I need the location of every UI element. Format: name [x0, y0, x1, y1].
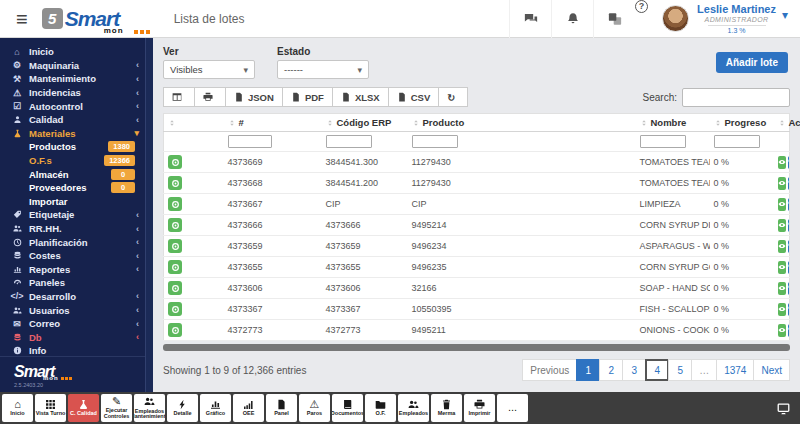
bottom-bar-button[interactable]: Detalle	[167, 394, 198, 422]
action-button[interactable]	[778, 303, 786, 316]
sidebar-subitem[interactable]: Proveedores 0	[0, 181, 145, 195]
sidebar-item[interactable]: ☑ Autocontrol ‹	[0, 99, 145, 113]
bottom-bar-button[interactable]: Empleados Mantenimiento	[134, 394, 165, 422]
action-button[interactable]	[778, 282, 786, 295]
page-button[interactable]: 3	[622, 359, 646, 381]
action-button[interactable]	[778, 219, 786, 232]
action-button[interactable]: ✎	[788, 198, 790, 211]
sidebar-item[interactable]: Planificación ‹	[0, 235, 145, 249]
bottom-bar-button[interactable]: ✎ Ejecutar Controles	[101, 394, 132, 422]
filter-progreso-input[interactable]	[714, 135, 760, 148]
avatar[interactable]	[662, 5, 689, 32]
action-button[interactable]	[778, 261, 786, 274]
action-button[interactable]	[778, 198, 786, 211]
bottom-bar-button[interactable]: Merma	[431, 394, 462, 422]
sidebar-item[interactable]: ⚠ Incidencias ‹	[0, 86, 145, 100]
filter-erp-input[interactable]	[326, 135, 372, 148]
bottom-bar-button[interactable]: C. Calidad	[68, 394, 99, 422]
status-button[interactable]	[168, 218, 182, 232]
page-button[interactable]: 1374	[716, 359, 754, 381]
action-button[interactable]	[778, 156, 786, 169]
column-header[interactable]: Progreso	[710, 114, 774, 132]
action-button[interactable]: ✎	[788, 303, 790, 316]
sidebar-scrollbar[interactable]	[145, 38, 153, 392]
action-button[interactable]: ✎	[788, 156, 790, 169]
sidebar-item[interactable]: Calidad ‹	[0, 113, 145, 127]
sidebar-subitem[interactable]: Importar	[0, 195, 145, 209]
page-button[interactable]: 1	[576, 359, 600, 381]
action-button[interactable]	[778, 240, 786, 253]
action-button[interactable]	[778, 177, 786, 190]
status-button[interactable]	[168, 197, 182, 211]
status-button[interactable]	[168, 176, 182, 190]
sidebar-item[interactable]: Etiquetaje ‹	[0, 208, 145, 222]
bell-icon[interactable]	[551, 0, 593, 38]
filter-num-input[interactable]	[228, 135, 272, 148]
menu-icon[interactable]: ≡	[0, 9, 42, 29]
action-button[interactable]: ✎	[788, 219, 790, 232]
filter-producto-input[interactable]	[412, 135, 458, 148]
help-icon[interactable]: ?	[635, 0, 648, 13]
sidebar-item[interactable]: Paneles	[0, 276, 145, 290]
bottom-bar-button[interactable]: Vista Turno	[35, 394, 66, 422]
action-button[interactable]: ✎	[788, 282, 790, 295]
status-button[interactable]	[168, 260, 182, 274]
bottom-bar-button[interactable]: Panel	[266, 394, 297, 422]
action-button[interactable]: ✎	[788, 261, 790, 274]
bottom-bar-button[interactable]: OEE	[233, 394, 264, 422]
status-button[interactable]	[168, 239, 182, 253]
sidebar-item[interactable]: Costes ‹	[0, 249, 145, 263]
action-button[interactable]	[778, 324, 786, 337]
page-button[interactable]: 5	[668, 359, 692, 381]
monitor-icon[interactable]	[777, 402, 790, 415]
export-button[interactable]: ↻	[438, 87, 468, 107]
column-header[interactable]: #	[224, 114, 322, 132]
sidebar-item[interactable]: </> Desarrollo ‹	[0, 290, 145, 304]
status-button[interactable]	[168, 281, 182, 295]
bottom-bar-button[interactable]: Imprimir	[464, 394, 495, 422]
chat-icon[interactable]	[509, 0, 551, 38]
bottom-bar-button[interactable]: Gráfico	[200, 394, 231, 422]
search-input[interactable]	[682, 88, 790, 107]
export-button[interactable]	[163, 87, 195, 107]
horizontal-scrollbar[interactable]	[163, 344, 790, 351]
user-menu[interactable]: Leslie Martinez ADMINISTRADOR 1.3 %	[697, 3, 776, 33]
translate-icon[interactable]	[593, 0, 635, 38]
ver-select[interactable]: Visibles ▾	[163, 60, 255, 79]
sidebar-item[interactable]: ⚙ Maquinaria ‹	[0, 59, 145, 73]
action-button[interactable]: ✎	[788, 177, 790, 190]
column-header[interactable]: Código ERP	[322, 114, 408, 132]
sidebar-item[interactable]: RR.HH. ‹	[0, 222, 145, 236]
bottom-bar-button[interactable]: Documentos	[332, 394, 363, 422]
add-lot-button[interactable]: Añadir lote	[716, 52, 788, 73]
column-header[interactable]: Nombre	[636, 114, 710, 132]
status-button[interactable]	[168, 302, 182, 316]
sidebar-subitem[interactable]: O.F.s 12366	[0, 154, 145, 168]
sidebar-item[interactable]: ✉ Correo ‹	[0, 317, 145, 331]
sidebar-item[interactable]: Reportes ‹	[0, 263, 145, 277]
estado-select[interactable]: ------ ▾	[277, 60, 369, 79]
prev-page-button[interactable]: Previous	[522, 359, 577, 381]
action-button[interactable]: ✎	[788, 324, 790, 337]
sidebar-item[interactable]: Db ‹	[0, 330, 145, 344]
page-button[interactable]: …	[691, 359, 717, 381]
bottom-bar-button[interactable]: Empleados	[398, 394, 429, 422]
sidebar-subitem[interactable]: Productos 1380	[0, 140, 145, 154]
sidebar-subitem[interactable]: Almacén 0	[0, 167, 145, 181]
chevron-down-icon[interactable]: ▾	[782, 8, 788, 22]
sidebar-item[interactable]: ⚒ Mantenimiento ‹	[0, 72, 145, 86]
export-button[interactable]: JSON	[225, 87, 283, 107]
column-header[interactable]	[164, 114, 224, 132]
page-button[interactable]: 2	[599, 359, 623, 381]
bottom-bar-button[interactable]: ⌂ Inicio	[2, 394, 33, 422]
sidebar-item[interactable]: Materiales ▾	[0, 127, 145, 141]
page-button[interactable]: 4	[645, 359, 669, 381]
export-button[interactable]	[194, 87, 226, 107]
column-header[interactable]: Acciones	[774, 114, 790, 132]
bottom-bar-button[interactable]: ...	[497, 394, 528, 422]
filter-nombre-input[interactable]	[640, 135, 686, 148]
column-header[interactable]: Producto	[408, 114, 636, 132]
bottom-bar-button[interactable]: ⚠ Paros	[299, 394, 330, 422]
action-button[interactable]: ✎	[788, 240, 790, 253]
sidebar-item[interactable]: ⌂ Inicio	[0, 45, 145, 59]
